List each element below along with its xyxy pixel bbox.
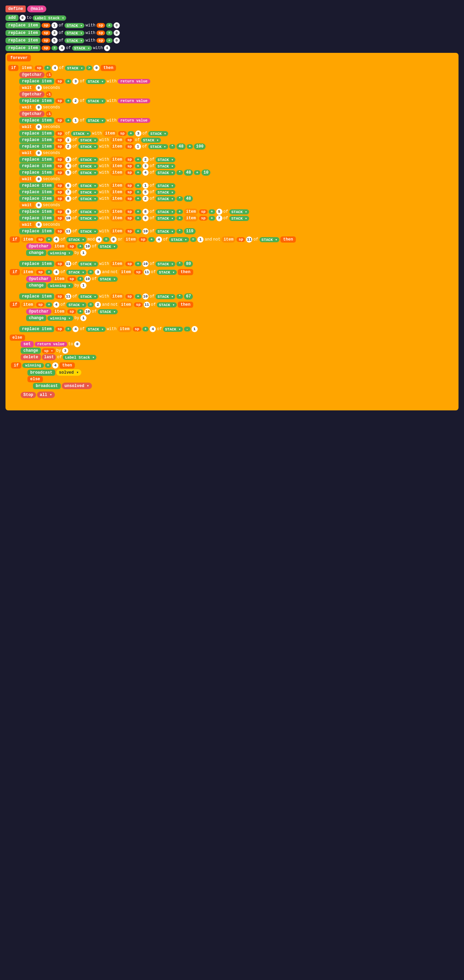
stack-dd-17[interactable]: STACK ▾ xyxy=(78,209,98,215)
stack-dd-10[interactable]: STACK ▾ xyxy=(78,144,98,149)
stack-put2[interactable]: STACK ▾ xyxy=(98,277,118,282)
winning-1[interactable]: winning ▾ xyxy=(47,250,73,256)
replace-kw-5[interactable]: replace item xyxy=(19,78,54,84)
change-kw-2[interactable]: change xyxy=(26,282,46,289)
stack-put3[interactable]: STACK ▾ xyxy=(98,309,118,314)
stack-dd-21[interactable]: STACK ▾ xyxy=(78,294,98,299)
stack-cond1b[interactable]: STACK ▾ xyxy=(169,237,189,242)
broadcast-kw-2[interactable]: broadcast xyxy=(33,383,61,389)
stack-dd-18b[interactable]: STACK ▾ xyxy=(155,216,175,221)
stack-dd-10b[interactable]: STACK ▾ xyxy=(148,144,168,149)
broadcast-kw-1[interactable]: broadcast xyxy=(27,369,55,376)
replace-kw-14[interactable]: replace item xyxy=(19,183,54,189)
replace-kw-10[interactable]: replace item xyxy=(19,143,54,150)
stack-dd-4[interactable]: STACK ▾ xyxy=(72,46,92,51)
stack-cond2a[interactable]: STACK ▾ xyxy=(66,270,86,275)
stack-dd-7[interactable]: STACK ▾ xyxy=(86,118,106,123)
replace-kw-6[interactable]: replace item xyxy=(19,98,54,104)
replace-kw-11[interactable]: replace item xyxy=(19,156,54,163)
stack-dd-8[interactable]: STACK ▾ xyxy=(71,131,91,136)
replace-kw-20[interactable]: replace item xyxy=(19,261,54,267)
stack-dd-11[interactable]: STACK ▾ xyxy=(78,157,98,162)
add-keyword[interactable]: add xyxy=(5,15,19,21)
replace-kw-2[interactable]: replace item xyxy=(5,30,40,36)
stack-cond3b[interactable]: STACK ▾ xyxy=(157,302,177,307)
replace-kw-16[interactable]: replace item xyxy=(19,196,54,202)
stack-dd-13[interactable]: STACK ▾ xyxy=(78,170,98,175)
all-pill[interactable]: all ▾ xyxy=(37,391,55,398)
replace-kw-4[interactable]: replace item xyxy=(5,45,40,51)
op-times-16: * xyxy=(176,196,183,201)
replace-kw-8[interactable]: replace item xyxy=(19,130,54,137)
stack-dd-16b[interactable]: STACK ▾ xyxy=(155,196,175,201)
stack-cond1c[interactable]: STACK ▾ xyxy=(260,237,279,242)
stack-dd-20[interactable]: STACK ▾ xyxy=(78,261,98,267)
putchar-1[interactable]: @putchar xyxy=(26,243,51,250)
replace-kw-18[interactable]: replace item xyxy=(19,215,54,221)
stack-cond2b[interactable]: STACK ▾ xyxy=(157,270,177,275)
replace-row-10: replace item sp 2 of STACK ▾ with item s… xyxy=(19,143,456,150)
stack-dd-12[interactable]: STACK ▾ xyxy=(78,164,98,169)
stack-dd-1[interactable]: STACK ▾ xyxy=(65,23,85,28)
stack-dd-9b[interactable]: STACK ▾ xyxy=(141,138,161,143)
stack-dd-22b[interactable]: STACK ▾ xyxy=(163,327,183,332)
stack-dd-19[interactable]: STACK ▾ xyxy=(78,229,98,234)
replace-kw-9[interactable]: replace item xyxy=(19,137,54,143)
replace-kw-15[interactable]: replace item xyxy=(19,189,54,195)
stack-dd-8b[interactable]: STACK ▾ xyxy=(148,131,168,136)
stack-dd-3[interactable]: STACK ▾ xyxy=(65,38,85,43)
stack-dd-11b[interactable]: STACK ▾ xyxy=(155,157,175,162)
stack-dd-6[interactable]: STACK ▾ xyxy=(86,99,106,103)
replace-kw-19[interactable]: replace item xyxy=(19,228,54,234)
stack-dd-17c[interactable]: STACK ▾ xyxy=(229,209,249,215)
change-kw-sp[interactable]: change xyxy=(21,348,41,354)
stack-dd-2[interactable]: STACK ▾ xyxy=(65,30,85,36)
stack-dd-16[interactable]: STACK ▾ xyxy=(78,196,98,201)
delete-kw[interactable]: delete xyxy=(21,354,41,360)
replace-kw-21[interactable]: replace item xyxy=(19,293,54,299)
label-stack-dropdown[interactable]: Label Stack ▾ xyxy=(33,16,66,21)
stack-dd-15[interactable]: STACK ▾ xyxy=(78,190,98,195)
stack-dd-main[interactable]: STACK ▾ xyxy=(65,65,85,71)
stack-dd-14[interactable]: STACK ▾ xyxy=(78,183,98,188)
label-stack-dd-del[interactable]: Label Stack ▾ xyxy=(63,355,96,360)
winning-3[interactable]: winning ▾ xyxy=(47,316,73,321)
putchar-2[interactable]: @putchar xyxy=(26,276,51,282)
stack-dd-19b[interactable]: STACK ▾ xyxy=(155,229,175,234)
stack-dd-9[interactable]: STACK ▾ xyxy=(78,138,98,143)
stop-kw[interactable]: Stop xyxy=(21,392,36,398)
stack-dd-18c[interactable]: STACK ▾ xyxy=(229,216,249,221)
change-kw-1[interactable]: change xyxy=(26,250,46,256)
stack-dd-14b[interactable]: STACK ▾ xyxy=(155,183,175,188)
stack-dd-5[interactable]: STACK ▾ xyxy=(86,79,106,84)
stack-dd-22[interactable]: STACK ▾ xyxy=(86,327,106,332)
stack-cond1a[interactable]: STACK ▾ xyxy=(66,237,86,242)
replace-kw-3[interactable]: replace item xyxy=(5,37,40,44)
stack-dd-17b[interactable]: STACK ▾ xyxy=(155,209,175,215)
stack-dd-15b[interactable]: STACK ▾ xyxy=(155,190,175,195)
replace-kw-7[interactable]: replace item xyxy=(19,117,54,124)
getchar-1[interactable]: @getchar xyxy=(19,72,45,78)
replace-kw-22[interactable]: replace item xyxy=(19,326,54,332)
stack-cond3a[interactable]: STACK ▾ xyxy=(66,302,86,307)
putchar-3[interactable]: @putchar xyxy=(26,309,51,315)
stack-dd-21b[interactable]: STACK ▾ xyxy=(155,294,175,299)
stack-dd-18[interactable]: STACK ▾ xyxy=(78,216,98,221)
unsolved-pill[interactable]: unsolved ▾ xyxy=(62,383,92,389)
by-val-1b: 1 xyxy=(80,282,86,289)
getchar-2[interactable]: @getchar xyxy=(19,91,45,97)
replace-kw-13[interactable]: replace item xyxy=(19,170,54,176)
stack-put1[interactable]: STACK ▾ xyxy=(98,244,118,249)
solved-pill[interactable]: solved ▾ xyxy=(56,369,82,376)
replace-kw-1[interactable]: replace item xyxy=(5,22,40,29)
replace-kw-12[interactable]: replace item xyxy=(19,163,54,169)
replace-kw-17[interactable]: replace item xyxy=(19,208,54,215)
stack-dd-13b[interactable]: STACK ▾ xyxy=(155,170,175,175)
winning-2[interactable]: winning ▾ xyxy=(47,283,73,288)
getchar-3[interactable]: @getchar xyxy=(19,111,45,117)
stack-dd-12b[interactable]: STACK ▾ xyxy=(155,164,175,169)
stack-dd-20b[interactable]: STACK ▾ xyxy=(155,261,175,267)
change-kw-3[interactable]: change xyxy=(26,315,46,321)
idx-3-d: 3 xyxy=(65,156,72,163)
set-kw[interactable]: set xyxy=(21,341,33,347)
